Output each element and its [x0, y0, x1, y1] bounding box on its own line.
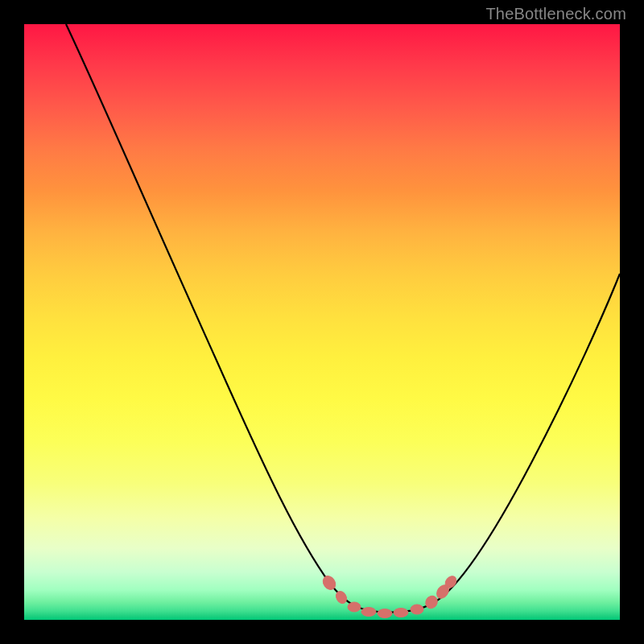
curve-svg: [24, 24, 620, 620]
svg-point-4: [378, 609, 392, 618]
svg-point-5: [394, 609, 408, 617]
watermark-text: TheBottleneck.com: [485, 5, 626, 23]
svg-point-2: [348, 602, 361, 612]
bottleneck-curve-path: [66, 24, 620, 613]
flat-region-markers: [320, 574, 459, 618]
svg-point-6: [411, 605, 423, 614]
plot-area: [24, 24, 620, 620]
svg-point-3: [361, 608, 376, 617]
chart-frame: TheBottleneck.com: [0, 0, 644, 644]
